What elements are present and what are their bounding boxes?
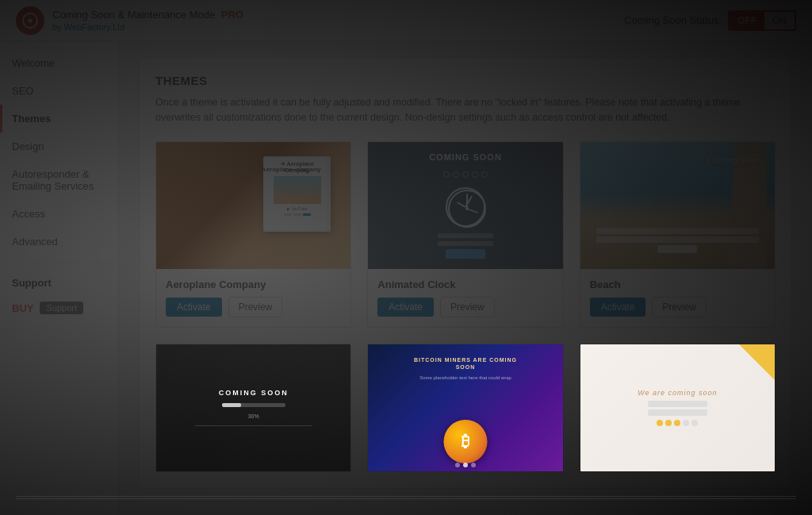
main-layout: Welcome SEO Themes Design Autoresponder … — [0, 41, 812, 515]
theme-card-dark: COMING SOON 30% — [155, 344, 351, 472]
thumb-coming-office: We are coming soon — [580, 344, 775, 471]
theme-card-coming-office: We are coming soon — [580, 344, 776, 472]
second-row: COMING SOON 30% — [155, 344, 776, 472]
main-content: THEMES Once a theme is activated it can … — [119, 41, 812, 515]
theme-card-bitcoin: BITCOIN MINERS ARE COMINGSOON Some place… — [367, 344, 563, 472]
thumb-bitcoin: BITCOIN MINERS ARE COMINGSOON Some place… — [368, 344, 562, 471]
content-box: THEMES Once a theme is activated it can … — [139, 57, 792, 489]
thumb-dark: COMING SOON 30% — [156, 344, 350, 471]
